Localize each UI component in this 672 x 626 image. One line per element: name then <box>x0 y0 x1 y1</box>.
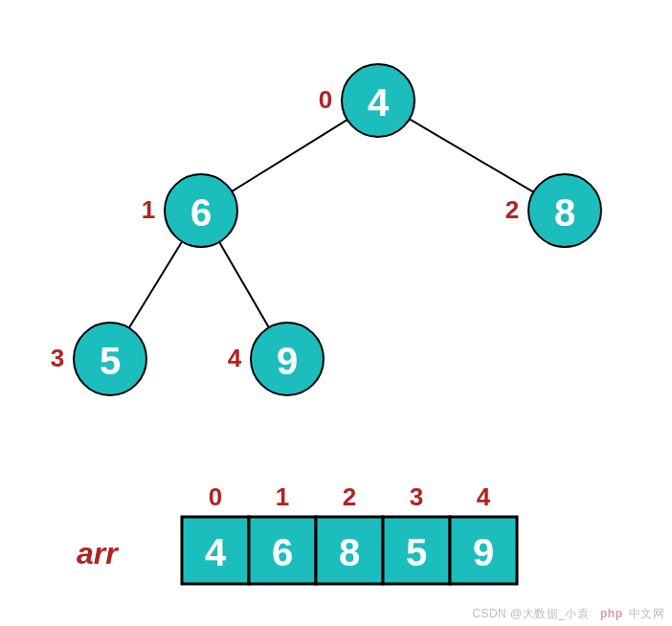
tree-node-value: 5 <box>100 340 121 382</box>
tree-node-index: 1 <box>142 195 155 224</box>
tree-node-index: 2 <box>505 195 519 224</box>
array-cell-value: 8 <box>339 531 360 573</box>
tree-edge <box>219 242 269 327</box>
tree-edge <box>129 241 182 327</box>
tree-node-index: 4 <box>228 344 242 372</box>
tree-node-value: 6 <box>190 191 212 234</box>
watermark-credit: CSDN @大数据_小袁 <box>472 607 589 620</box>
tree-node-value: 4 <box>368 81 390 123</box>
watermark: CSDN @大数据_小袁 php中文网 <box>472 606 664 622</box>
tree-node-index: 0 <box>319 85 332 114</box>
tree-node-value: 9 <box>277 340 298 382</box>
array-cell-index: 4 <box>477 482 491 511</box>
tree-edge <box>410 119 534 191</box>
array-label: arr <box>77 536 119 570</box>
tree-node-value: 8 <box>554 191 575 234</box>
array-cell-index: 1 <box>276 482 289 511</box>
array-cell-index: 2 <box>343 482 356 511</box>
array-cell-value: 9 <box>473 531 494 573</box>
heap-diagram: 4061825394arr4061825394 <box>0 0 672 626</box>
tree-edge <box>232 120 347 191</box>
array-cell-value: 5 <box>406 531 427 573</box>
array-cell-value: 4 <box>205 531 227 573</box>
array-cell-value: 6 <box>272 531 293 573</box>
array-cell-index: 3 <box>410 482 423 511</box>
tree-node-index: 3 <box>51 344 64 372</box>
array-cell-index: 0 <box>209 482 222 511</box>
watermark-brand: php <box>600 607 623 620</box>
watermark-site: 中文网 <box>629 607 665 620</box>
